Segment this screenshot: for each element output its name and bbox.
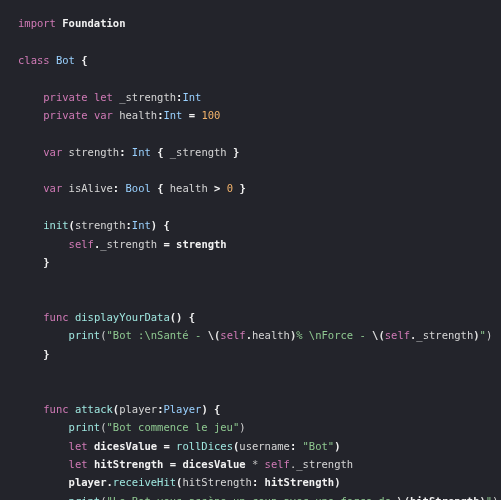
kw-self: self (69, 238, 94, 250)
paren: ) (201, 403, 207, 415)
param: player (119, 403, 157, 415)
prop-health: health (119, 109, 157, 121)
class-name: Bot (56, 54, 75, 66)
colon: : (113, 182, 119, 194)
string: "Bot" (303, 440, 335, 452)
prop-strength: strength (69, 146, 120, 158)
arg-val: hitStrength (265, 476, 335, 488)
brace: { (157, 146, 163, 158)
brace: } (43, 256, 49, 268)
kw-self: self (265, 458, 290, 470)
colon: : (290, 440, 303, 452)
var-dicesvalue: dicesValue (94, 440, 157, 452)
param: strength (75, 219, 126, 231)
fn-print: print (69, 495, 101, 500)
module-name: Foundation (62, 17, 125, 29)
paren: ) (334, 476, 340, 488)
paren: () (170, 311, 183, 323)
eq: = (163, 440, 169, 452)
type-player: Player (163, 403, 201, 415)
fn-print: print (69, 421, 101, 433)
kw-func: func (43, 403, 68, 415)
type-int: Int (182, 91, 201, 103)
expr: dicesValue (182, 458, 245, 470)
string: "Bot commence le jeu" (107, 421, 240, 433)
arg-key: hitStrength (182, 476, 252, 488)
num-0: 0 (227, 182, 233, 194)
fn-displayyourdata: displayYourData (75, 311, 170, 323)
kw-let: let (69, 458, 88, 470)
code-block: import Foundation class Bot { private le… (0, 0, 501, 500)
type-bool: Bool (126, 182, 151, 194)
op-gt: > (214, 182, 220, 194)
fn-print: print (69, 329, 101, 341)
val: strength (176, 238, 227, 250)
kw-var: var (43, 182, 62, 194)
paren: ) (151, 219, 157, 231)
kw-class: class (18, 54, 50, 66)
brace: { (81, 54, 87, 66)
prop: _strength (416, 329, 473, 341)
brace: } (233, 146, 239, 158)
kw-self: self (385, 329, 410, 341)
brace: } (239, 182, 245, 194)
string: "Bot :\nSanté - (107, 329, 208, 341)
fn-rolldices: rollDices (176, 440, 233, 452)
paren: ) (239, 421, 245, 433)
expr: health (170, 182, 208, 194)
brace: { (214, 403, 220, 415)
num-100: 100 (201, 109, 220, 121)
kw-self: self (220, 329, 245, 341)
kw-private: private (43, 109, 87, 121)
colon: : (119, 146, 125, 158)
eq: = (163, 238, 169, 250)
kw-let: let (69, 440, 88, 452)
kw-private: private (43, 91, 87, 103)
eq: = (189, 109, 195, 121)
paren: ) (492, 495, 498, 500)
type-int: Int (132, 146, 151, 158)
kw-init: init (43, 219, 68, 231)
interp-open: \( (372, 329, 385, 341)
fn-receivehit: receiveHit (113, 476, 176, 488)
expr: _strength (170, 146, 227, 158)
interp-open: \( (208, 329, 221, 341)
prop: _strength (100, 238, 157, 250)
prop: health (252, 329, 290, 341)
kw-let: let (94, 91, 113, 103)
prop-strength: _strength (119, 91, 176, 103)
kw-import: import (18, 17, 56, 29)
interp-expr: hitStrength (410, 495, 480, 500)
brace: { (163, 219, 169, 231)
op-mul: * (252, 458, 258, 470)
prop: _strength (296, 458, 353, 470)
kw-var: var (43, 146, 62, 158)
brace: { (157, 182, 163, 194)
arg-key: username (239, 440, 290, 452)
paren: ) (334, 440, 340, 452)
kw-var: var (94, 109, 113, 121)
interp-open: \( (397, 495, 410, 500)
eq: = (170, 458, 176, 470)
paren: ) (486, 329, 492, 341)
prop-isalive: isAlive (69, 182, 113, 194)
colon: : (252, 476, 265, 488)
brace: } (43, 348, 49, 360)
type-int: Int (132, 219, 151, 231)
brace: { (189, 311, 195, 323)
string: "Le Bot vous assène un coup avec une for… (107, 495, 398, 500)
recv: player (69, 476, 107, 488)
string: % \nForce - (296, 329, 372, 341)
type-int: Int (163, 109, 182, 121)
var-hitstrength: hitStrength (94, 458, 164, 470)
fn-attack: attack (75, 403, 113, 415)
kw-func: func (43, 311, 68, 323)
